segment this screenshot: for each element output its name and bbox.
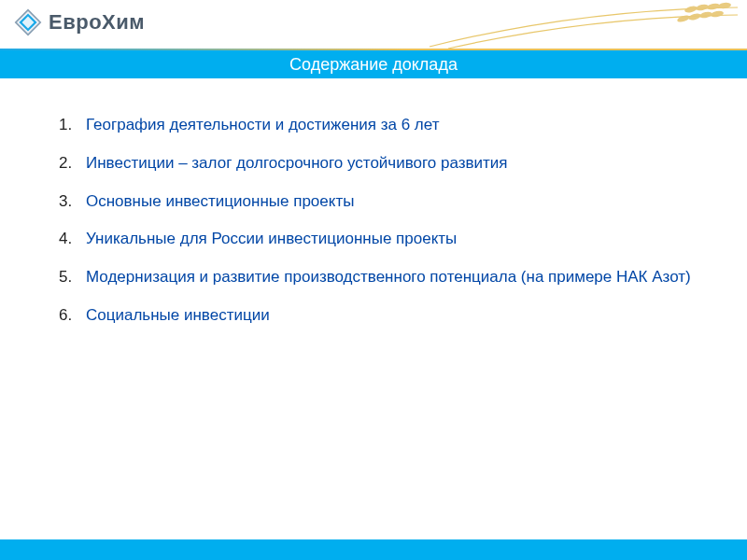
toc-item-text: Модернизация и развитие производственног… bbox=[86, 268, 691, 286]
company-logo: ЕвроХим bbox=[13, 7, 145, 37]
toc-item-text: Социальные инвестиции bbox=[86, 306, 270, 324]
list-item: Инвестиции – залог долгосрочного устойчи… bbox=[77, 145, 710, 183]
content-area: География деятельности и достижения за 6… bbox=[0, 78, 747, 335]
footer-bar bbox=[0, 539, 747, 560]
title-bar: Содержание доклада bbox=[0, 50, 747, 78]
svg-point-4 bbox=[684, 5, 698, 13]
list-item: Модернизация и развитие производственног… bbox=[77, 259, 710, 297]
toc-item-text: Инвестиции – залог долгосрочного устойчи… bbox=[86, 154, 508, 172]
list-item: Социальные инвестиции bbox=[77, 297, 710, 335]
list-item: Основные инвестиционные проекты bbox=[77, 183, 710, 221]
slide-title: Содержание доклада bbox=[289, 55, 458, 75]
company-name: ЕвроХим bbox=[49, 10, 145, 35]
slide: ЕвроХим bbox=[0, 0, 747, 560]
svg-point-9 bbox=[687, 12, 701, 21]
table-of-contents: География деятельности и достижения за 6… bbox=[56, 106, 710, 335]
wheat-decoration-icon bbox=[411, 0, 747, 50]
toc-item-text: География деятельности и достижения за 6… bbox=[86, 116, 439, 133]
slide-header: ЕвроХим bbox=[0, 0, 747, 50]
list-item: География деятельности и достижения за 6… bbox=[77, 106, 710, 145]
header-underline bbox=[0, 49, 747, 50]
logo-icon bbox=[13, 7, 43, 37]
toc-item-text: Основные инвестиционные проекты bbox=[86, 192, 354, 210]
toc-item-text: Уникальные для России инвестиционные про… bbox=[86, 230, 457, 247]
list-item: Уникальные для России инвестиционные про… bbox=[77, 220, 710, 259]
svg-point-11 bbox=[711, 10, 725, 18]
